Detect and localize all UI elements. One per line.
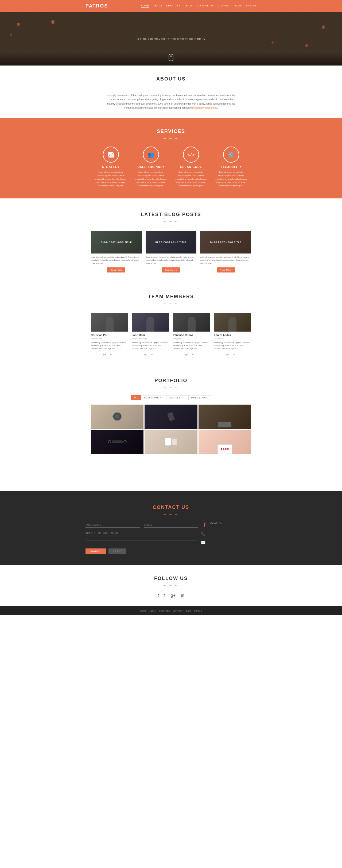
- read-more-1[interactable]: Read More: [107, 268, 125, 273]
- about-text-link[interactable]: essentially unchanged.: [194, 106, 218, 109]
- tab-webdesign[interactable]: WEB DESIGN: [166, 395, 189, 400]
- social-gplus-4[interactable]: g+: [226, 352, 230, 356]
- social-gplus-3[interactable]: g+: [184, 352, 189, 356]
- footer-link-about[interactable]: ABOUT: [149, 610, 157, 612]
- read-more-3[interactable]: Read More: [217, 268, 235, 273]
- team-card-1: Christian Peri Co-Founder Backed by some…: [91, 313, 128, 356]
- social-twitter-4[interactable]: t: [220, 352, 224, 356]
- contact-reset-button[interactable]: RESET: [108, 549, 126, 554]
- contact-title: CONTACT US: [5, 505, 337, 510]
- portfolio-grid: [91, 405, 251, 454]
- social-linkedin-4[interactable]: in: [232, 352, 236, 356]
- service-strategy-icon: 📈: [103, 147, 119, 163]
- social-facebook-3[interactable]: f: [173, 352, 177, 356]
- tab-mobileapps[interactable]: MOBILE APPS: [189, 395, 211, 400]
- team-name-4: Loreto Andas: [214, 334, 251, 337]
- portfolio-item-3[interactable]: [199, 405, 251, 429]
- nav-services[interactable]: SERVICES: [166, 4, 180, 8]
- nav-team[interactable]: TEAM: [184, 4, 192, 8]
- team-photo-4: [214, 313, 251, 332]
- service-cleancode-desc: dolor sit amet, consectetur adipiscing e…: [175, 170, 207, 188]
- nav-about[interactable]: ABOUT: [153, 4, 163, 8]
- blog-card-2: BLOG POST LONG TITLE dolor sit amet, con…: [146, 231, 197, 273]
- nav-blog[interactable]: BLOG: [235, 4, 242, 8]
- footer-link-services[interactable]: SERVICES: [159, 610, 170, 612]
- blog-image-1[interactable]: BLOG POST LONG TITLE: [91, 231, 142, 253]
- footer-link-single[interactable]: SINGLE: [194, 610, 202, 612]
- team-desc-2: Backed by some of the biggest names in t…: [132, 341, 169, 350]
- balloon-4: [305, 44, 308, 47]
- portfolio-item-1[interactable]: [91, 405, 143, 429]
- follow-facebook-icon[interactable]: f: [158, 593, 159, 598]
- footer-link-home[interactable]: HOME: [140, 610, 146, 612]
- nav-portfolios[interactable]: PORTFOLIOS: [196, 4, 214, 8]
- services-section: SERVICES ~ ~ ~ 📈 Strategy dolor sit amet…: [0, 118, 342, 198]
- contact-email-input[interactable]: [144, 523, 198, 528]
- service-strategy-desc: dolor sit amet, consectetur adipiscing e…: [95, 170, 127, 188]
- hero-scroll-indicator[interactable]: [169, 54, 173, 61]
- social-gplus-2[interactable]: g+: [144, 352, 148, 356]
- follow-linkedin-icon[interactable]: in: [181, 593, 184, 598]
- team-name-1: Christian Peri: [91, 334, 128, 337]
- read-more-2[interactable]: Read More: [162, 268, 180, 273]
- nav-contact[interactable]: CONTACT: [217, 4, 231, 8]
- balloon-2: [10, 33, 12, 36]
- blog-card-1: BLOG POST LONG TITLE dolor sit amet, con…: [91, 231, 142, 273]
- portfolio-item-5[interactable]: [144, 430, 197, 454]
- service-userfriendly: 👥 User Friendly dolor sit amet, consecte…: [135, 147, 167, 188]
- contact-info-column: 📞 ✉️: [201, 531, 256, 545]
- social-gplus-1[interactable]: g+: [103, 352, 107, 356]
- nav-home[interactable]: HOME: [141, 4, 149, 8]
- portfolio-item-2[interactable]: [144, 405, 197, 429]
- follow-title: FOLLOW US: [5, 576, 337, 581]
- phone-icon: 📞: [201, 532, 205, 536]
- service-userfriendly-desc: dolor sit amet, consectetur adipiscing e…: [135, 170, 167, 188]
- nav-single[interactable]: SINGLE: [246, 4, 256, 8]
- service-strategy-name: Strategy: [95, 165, 127, 168]
- balloon-1: [17, 23, 20, 26]
- contact-submit-button[interactable]: SUBMIT: [86, 549, 106, 554]
- footer-link-contact[interactable]: CONTACT: [173, 610, 183, 612]
- team-card-3: Paulinho Rubos Designer Backed by some o…: [173, 313, 210, 356]
- location-pin-icon: 📍: [202, 523, 207, 527]
- footer: HOME ABOUT SERVICES CONTACT BLOG SINGLE: [0, 606, 342, 615]
- contact-email-field: [144, 522, 198, 528]
- services-grid: 📈 Strategy dolor sit amet, consectetur a…: [86, 147, 256, 188]
- social-linkedin-3[interactable]: in: [191, 352, 195, 356]
- follow-twitter-icon[interactable]: t: [164, 593, 165, 598]
- social-linkedin-2[interactable]: in: [149, 352, 154, 356]
- team-photo-3: [173, 313, 210, 332]
- social-facebook-4[interactable]: f: [214, 352, 218, 356]
- about-section: ABOUT US ~ ~ ~ is simply dummy text of t…: [0, 65, 342, 118]
- portfolio-item-4[interactable]: [91, 430, 143, 454]
- site-logo[interactable]: PATROS: [86, 3, 108, 9]
- social-linkedin-1[interactable]: in: [108, 352, 113, 356]
- service-flexibility-desc: dolor sit amet, consectetur adipiscing e…: [215, 170, 247, 188]
- footer-link-blog[interactable]: BLOG: [185, 610, 191, 612]
- follow-divider: ~ ~ ~: [5, 584, 337, 588]
- services-title: SERVICES: [5, 129, 337, 134]
- portfolio-item-6[interactable]: [199, 430, 251, 454]
- social-facebook-1[interactable]: f: [91, 352, 95, 356]
- team-social-3: f t g+ in: [173, 352, 210, 356]
- blog-image-2[interactable]: BLOG POST LONG TITLE: [146, 231, 197, 253]
- social-twitter-1[interactable]: t: [97, 352, 101, 356]
- team-social-4: f t g+ in: [214, 352, 251, 356]
- contact-buttons: SUBMIT RESET: [86, 549, 256, 554]
- social-twitter-3[interactable]: t: [179, 352, 183, 356]
- social-twitter-2[interactable]: t: [138, 352, 142, 356]
- tab-development[interactable]: DEVELOPMENT: [141, 395, 166, 400]
- social-facebook-2[interactable]: f: [132, 352, 136, 356]
- team-role-4: Developer: [214, 337, 251, 340]
- team-social-1: f t g+ in: [91, 352, 128, 356]
- portfolio-divider: ~ ~ ~: [91, 385, 251, 391]
- contact-fullname-input[interactable]: [86, 523, 140, 528]
- service-userfriendly-icon: 👥: [143, 147, 159, 163]
- follow-gplus-icon[interactable]: g+: [171, 593, 175, 598]
- contact-message-input[interactable]: [86, 531, 197, 540]
- service-userfriendly-name: User Friendly: [135, 165, 167, 168]
- team-desc-1: Backed by some of the biggest names in t…: [91, 341, 128, 350]
- tab-all[interactable]: ALL: [131, 395, 141, 400]
- blog-image-3[interactable]: BLOG POST LONG TITLE: [200, 231, 251, 253]
- portfolio-tabs: ALL DEVELOPMENT WEB DESIGN MOBILE APPS: [91, 395, 251, 400]
